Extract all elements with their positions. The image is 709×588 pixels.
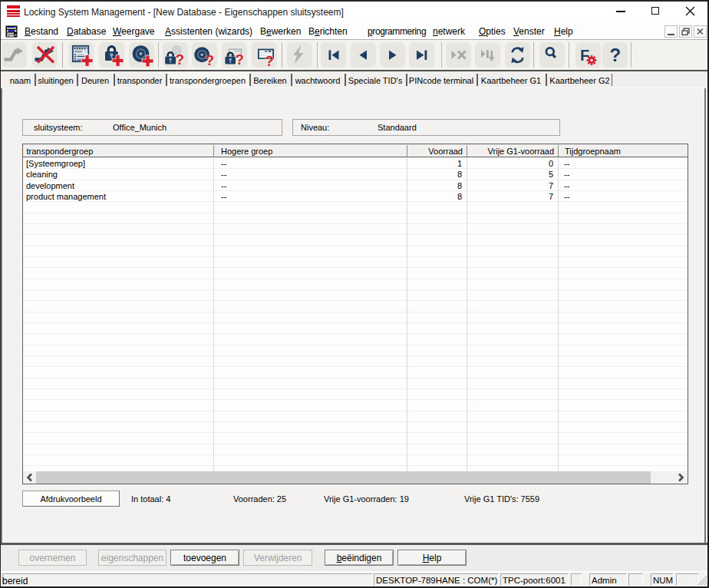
svg-text:?: ? xyxy=(235,52,243,68)
svg-text:?: ? xyxy=(265,53,274,68)
svg-text:?: ? xyxy=(610,45,622,65)
svg-text:?: ? xyxy=(175,51,184,68)
svg-text:?: ? xyxy=(206,52,215,68)
